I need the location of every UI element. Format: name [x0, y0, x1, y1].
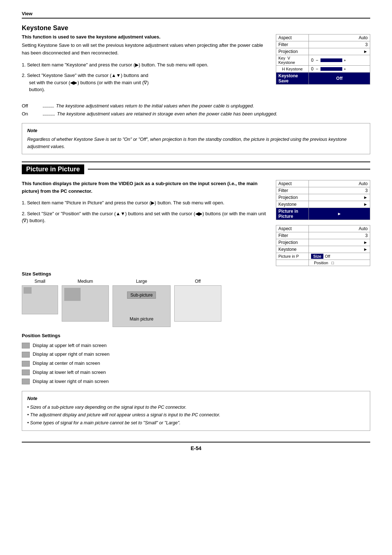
- size-large: Large Sub-picture Main picture: [113, 279, 171, 327]
- pip-menu3-position: Position □: [276, 260, 370, 266]
- pip-section-header: Picture in Picture: [22, 164, 370, 174]
- view-header: View: [22, 11, 370, 19]
- pip-step2: 2. Select "Size" or "Position" with the …: [22, 210, 269, 224]
- position-lower-left: Display at lower left of main screen: [22, 368, 370, 377]
- on-item: On ............. The keystone adjustment…: [22, 110, 370, 118]
- pip-title: Picture in Picture: [22, 164, 84, 174]
- pip-menu2-keystone: Keystone ►: [276, 201, 370, 208]
- position-list: Display at upper left of main screen Dis…: [22, 341, 370, 386]
- pip-section: Picture in Picture This function display…: [22, 162, 370, 431]
- size-grid: Small Medium Large Sub-picture Main pict…: [22, 279, 370, 327]
- pos-lower-left-icon: [22, 370, 30, 375]
- position-lower-right: Display at lower right of main screen: [22, 377, 370, 386]
- position-upper-left: Display at upper left of main screen: [22, 341, 370, 350]
- pos-upper-left-icon: [22, 343, 30, 348]
- position-settings-title: Position Settings: [22, 333, 370, 338]
- size-box-off: [174, 285, 221, 322]
- pip-step1: 1. Select item name "Picture in Picture"…: [22, 199, 269, 207]
- pip-menu2-pip: Picture in Picture ►: [276, 208, 370, 220]
- offon-list: Off ............ The keystone adjustment…: [22, 102, 370, 118]
- size-box-small: [22, 285, 58, 314]
- pip-menu3-size: Picture in P Size Off: [276, 253, 370, 260]
- keystone-save-title: Keystone Save: [22, 24, 370, 32]
- keystone-step1: 1. Select item name "Keystone" and press…: [22, 61, 269, 69]
- keystone-note-title: Note: [27, 127, 365, 134]
- keystone-note-text: Regardless of whether Keystone Save is s…: [27, 136, 365, 150]
- position-upper-right: Display at upper right of main screen: [22, 350, 370, 359]
- pip-intro-left: This function displays the picture from …: [22, 180, 269, 266]
- menu-row-keystonesave: Keystone Save Off: [276, 73, 370, 85]
- pip-note-bullets: • Sizes of a sub-picture vary depending …: [27, 404, 365, 427]
- size-medium: Medium: [62, 279, 109, 322]
- keystone-step2: 2. Select "Keystone Save" with the curso…: [22, 72, 269, 93]
- pip-menu3-projection: Projection ►: [276, 239, 370, 246]
- menu-row-hkeystone: H Keystone 0 − +: [276, 66, 370, 73]
- menu-row-vkeystone: Key V Keystone 0 − +: [276, 55, 370, 66]
- keystone-bold-desc: This function is used to save the keysto…: [22, 34, 269, 40]
- pip-menu2-filter: Filter 3: [276, 187, 370, 194]
- pos-center-icon: [22, 361, 30, 367]
- pip-note-title: Note: [27, 395, 365, 402]
- menu-row-projection: Projection ►: [276, 48, 370, 55]
- pip-bold-desc: This function displays the picture from …: [22, 180, 269, 195]
- size-settings: Size Settings Small Medium Large Sub-p: [22, 271, 370, 327]
- pip-menu2-aspect: Aspect Auto: [276, 180, 370, 187]
- position-center: Display at center of main screen: [22, 359, 370, 368]
- menu-row-filter: Filter 3: [276, 41, 370, 48]
- pip-menu2-table: Aspect Auto Filter 3 Projection ► Keysto…: [276, 180, 370, 220]
- keystone-note-box: Note Regardless of whether Keystone Save…: [22, 123, 370, 154]
- pip-intro-row: This function displays the picture from …: [22, 180, 370, 266]
- off-item: Off ............ The keystone adjustment…: [22, 102, 370, 110]
- pip-menu2-right: Aspect Auto Filter 3 Projection ► Keysto…: [276, 180, 370, 266]
- keystone-save-content: This function is used to save the keysto…: [22, 34, 269, 97]
- size-off: Off: [174, 279, 221, 322]
- pip-menu3-table: Aspect Auto Filter 3 Projection ► Keysto…: [276, 225, 370, 266]
- pos-upper-right-icon: [22, 352, 30, 358]
- position-settings: Position Settings Display at upper left …: [22, 333, 370, 386]
- keystone-intro: Setting Keystone Save to on will set the…: [22, 42, 269, 57]
- size-box-large: Sub-picture Main picture: [113, 285, 171, 327]
- size-settings-title: Size Settings: [22, 271, 370, 277]
- pip-menu3-filter: Filter 3: [276, 232, 370, 239]
- menu-row-aspect: Aspect Auto: [276, 34, 370, 41]
- pos-lower-right-icon: [22, 379, 30, 384]
- page-number: E-54: [22, 442, 370, 451]
- keystone-save-section: Keystone Save This function is used to s…: [22, 24, 370, 154]
- size-box-medium: [62, 285, 109, 322]
- keystone-menu-right: Aspect Auto Filter 3 Projection ► Key V …: [276, 34, 370, 97]
- pip-menu2-projection: Projection ►: [276, 194, 370, 201]
- keystone-menu-table: Aspect Auto Filter 3 Projection ► Key V …: [276, 34, 370, 85]
- pip-note-box: Note • Sizes of a sub-picture vary depen…: [22, 391, 370, 431]
- pip-menu3-keystone: Keystone ►: [276, 246, 370, 253]
- size-small: Small: [22, 279, 58, 314]
- pip-menu3-aspect: Aspect Auto: [276, 225, 370, 232]
